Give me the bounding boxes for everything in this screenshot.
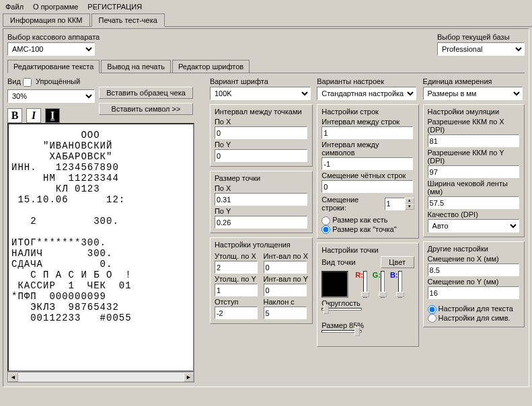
scroll-left-arrow[interactable]: ◄ bbox=[8, 372, 18, 382]
other-group: Другие настройки Смещение по X (мм) Смещ… bbox=[423, 241, 525, 327]
thick-ux-input[interactable] bbox=[215, 261, 258, 274]
spin-down[interactable]: ▼ bbox=[405, 204, 414, 210]
subtab-print[interactable]: Вывод на печать bbox=[101, 60, 171, 73]
simple-checkbox[interactable] bbox=[23, 78, 32, 87]
pi-x-label: По X bbox=[215, 118, 308, 126]
column-4: Единица измерения Размеры в мм Настройки… bbox=[423, 77, 525, 382]
base-label: Выбор текущей базы bbox=[437, 33, 525, 41]
dpi-x-label: Разрешение ККМ по X (DPI) bbox=[428, 118, 520, 134]
scrollbar-horizontal[interactable]: ◄ ► bbox=[7, 372, 194, 382]
even-offset-label: Смещение чётных строк bbox=[321, 171, 414, 179]
menu-reg[interactable]: РЕГИСТРАЦИЯ bbox=[87, 3, 142, 11]
base-select[interactable]: Professional bbox=[437, 42, 525, 56]
point-settings-group: Настройки точки Вид точки Цвет R: G: B: … bbox=[317, 243, 418, 347]
slant-input[interactable] bbox=[264, 307, 307, 319]
g-slider[interactable] bbox=[381, 271, 385, 298]
b-label: B: bbox=[390, 271, 398, 279]
tape-width-input[interactable] bbox=[428, 196, 519, 209]
ps-y-input[interactable] bbox=[215, 216, 307, 229]
thick-uy-label: Утолщ. по Y bbox=[215, 275, 260, 283]
row-offset-input[interactable] bbox=[385, 198, 405, 210]
emu-title: Настройки эмуляции bbox=[428, 108, 520, 116]
ps-x-input[interactable] bbox=[215, 193, 307, 206]
insert-symbol-button[interactable]: Вставить символ >> bbox=[99, 103, 193, 115]
bold-button[interactable]: B bbox=[7, 108, 22, 123]
row-offset-spinner[interactable]: ▲▼ bbox=[385, 198, 414, 210]
main-panel: Выбор кассового аппарата АМС-100 Выбор т… bbox=[3, 28, 529, 387]
offset-x-input[interactable] bbox=[428, 263, 519, 276]
char-interval-label: Интервал между символов bbox=[321, 140, 414, 157]
char-interval-input[interactable] bbox=[321, 157, 413, 170]
italic-button[interactable]: I bbox=[26, 108, 41, 123]
ps-y-label: По Y bbox=[215, 207, 308, 215]
scroll-right-arrow[interactable]: ► bbox=[184, 372, 194, 382]
point-interval-title: Интервал между точками bbox=[215, 108, 308, 116]
size-asis-radio[interactable]: Размер как есть bbox=[321, 216, 387, 224]
round-label: Округлость bbox=[321, 299, 414, 307]
font-variant-label: Вариант шрифта bbox=[210, 77, 313, 85]
other-title: Другие настройки bbox=[428, 245, 520, 253]
size-point-radio[interactable]: Размер как "точка" bbox=[321, 225, 396, 233]
kassa-select[interactable]: АМС-100 bbox=[7, 42, 95, 56]
view-label: Вид bbox=[7, 77, 21, 85]
size-pct-label: Размер 85% bbox=[321, 321, 414, 329]
thick-ix-input[interactable] bbox=[264, 261, 307, 274]
indent-label: Отступ bbox=[215, 298, 260, 306]
pi-x-input[interactable] bbox=[215, 126, 307, 139]
tape-width-label: Ширина чековой ленты (мм) bbox=[428, 179, 520, 196]
emu-group: Настройки эмуляции Разрешение ККМ по X (… bbox=[423, 104, 525, 237]
color-button[interactable]: Цвет bbox=[381, 256, 414, 268]
line-interval-label: Интервал между строк bbox=[321, 118, 414, 126]
indent-input[interactable] bbox=[215, 307, 258, 319]
column-3: Варианты настроек Стандартная настройка … bbox=[317, 77, 418, 382]
main-tabs: Информация по ККМ Печать тест-чека bbox=[3, 13, 532, 27]
settings-variant-select[interactable]: Стандартная настройка bbox=[317, 87, 416, 100]
pi-y-input[interactable] bbox=[215, 149, 307, 162]
dpi-y-input[interactable] bbox=[428, 165, 519, 178]
subtab-edit[interactable]: Редактирование текста bbox=[7, 60, 100, 73]
offset-x-label: Смещение по X (мм) bbox=[428, 255, 520, 263]
settings-variant-label: Варианты настроек bbox=[317, 77, 418, 85]
insert-sample-button[interactable]: Вставить образец чека bbox=[99, 87, 193, 99]
thick-ix-label: Инт-вал по X bbox=[264, 252, 309, 260]
left-column: Вид Упрощённый 30% B I I Вставить образе… bbox=[7, 77, 206, 382]
quality-label: Качество (DPI) bbox=[428, 210, 520, 218]
offset-y-input[interactable] bbox=[428, 286, 519, 299]
dpi-x-input[interactable] bbox=[428, 134, 519, 147]
line-settings-title: Настройки строк bbox=[321, 108, 414, 116]
unit-select[interactable]: Размеры в мм bbox=[423, 87, 523, 100]
unit-label: Единица измерения bbox=[423, 77, 525, 85]
zoom-select[interactable]: 30% bbox=[7, 89, 95, 103]
menu-about[interactable]: О программе bbox=[33, 3, 78, 11]
even-offset-input[interactable] bbox=[321, 180, 413, 193]
color-preview bbox=[321, 271, 348, 298]
thick-iy-label: Инт-вал по Y bbox=[264, 275, 309, 283]
spin-up[interactable]: ▲ bbox=[405, 198, 414, 204]
thick-title: Настройки утолщения bbox=[215, 241, 308, 249]
subtab-font[interactable]: Редактор шрифтов bbox=[172, 60, 250, 73]
round-slider[interactable] bbox=[321, 308, 362, 319]
g-label: G: bbox=[373, 271, 381, 279]
tab-test[interactable]: Печать тест-чека bbox=[91, 13, 165, 27]
offset-y-label: Смещение по Y (мм) bbox=[428, 278, 520, 286]
receipt-preview[interactable]: ООО "ИВАНОВСКИЙ ХАБАРОВСК" ИНН. 12345678… bbox=[7, 123, 194, 372]
row-offset-label: Смещение строки: bbox=[321, 196, 381, 212]
pi-y-label: По Y bbox=[215, 140, 308, 149]
line-interval-input[interactable] bbox=[321, 126, 413, 139]
size-slider[interactable] bbox=[321, 330, 362, 341]
thick-iy-input[interactable] bbox=[264, 284, 307, 296]
thick-ux-label: Утолщ. по X bbox=[215, 252, 260, 260]
tab-info[interactable]: Информация по ККМ bbox=[3, 13, 90, 26]
point-settings-title: Настройки точки bbox=[321, 246, 414, 254]
b-slider[interactable] bbox=[398, 271, 402, 298]
thick-uy-input[interactable] bbox=[215, 284, 258, 296]
sub-tabs: Редактирование текста Вывод на печать Ре… bbox=[7, 60, 525, 73]
font-variant-select[interactable]: 100K bbox=[210, 87, 311, 100]
for-symb-radio[interactable]: Настройки для симв. bbox=[428, 314, 510, 322]
menu-file[interactable]: Файл bbox=[5, 3, 24, 11]
quality-select[interactable]: Авто bbox=[428, 219, 519, 233]
for-text-radio[interactable]: Настройки для текста bbox=[428, 304, 513, 313]
r-slider[interactable] bbox=[363, 271, 367, 298]
dpi-y-label: Разрешение ККМ по Y (DPI) bbox=[428, 149, 520, 165]
underline-button[interactable]: I bbox=[45, 108, 60, 123]
